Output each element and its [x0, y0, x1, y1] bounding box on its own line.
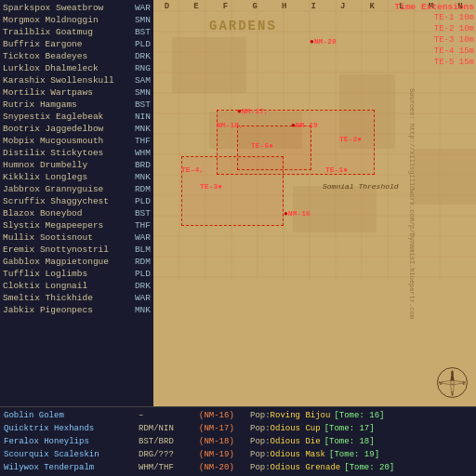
- time-extensions-panel: Time Extensions TE-1 10mTE-2 10mTE-3 10m…: [394, 2, 474, 68]
- map-container: DEFGHIJKLMN: [153, 0, 476, 406]
- te-list: TE-1 10mTE-2 10mTE-3 10mTE-4 15mTE-5 15m: [394, 12, 474, 68]
- sidebar-char-job: BST: [125, 207, 151, 219]
- bottom-nm-label: (NM-17): [199, 422, 250, 435]
- te-item: TE-5 15m: [394, 57, 474, 68]
- bottom-tome: [Tome: 17]: [324, 422, 375, 435]
- sidebar-char-name: Bootrix Jaggedelbow: [3, 123, 103, 135]
- sidebar-row: Gabblox MagpietongueRDM: [3, 256, 151, 268]
- sidebar-char-job: WAR: [125, 292, 151, 304]
- somnial-threshold-label: Somnial Threshold: [323, 182, 399, 191]
- sidebar-row: Rutrix HamgamsBST: [3, 99, 151, 111]
- app: Sparkspox SweatbrowWARMorgmox Moldnoggin…: [0, 0, 476, 476]
- compass-rose: N S E W: [436, 366, 469, 399]
- marker-nm20: ●NM-20: [310, 37, 337, 46]
- bottom-info-row: Goblin Golem–(NM-16) Pop: Roving Bijou[T…: [4, 409, 472, 422]
- grid-col-label: I: [311, 2, 316, 11]
- sidebar-char-job: RDM: [125, 256, 151, 268]
- sidebar-char-name: Buffrix Eargone: [3, 38, 83, 50]
- sidebar-row: Karashix SwollenskullSAM: [3, 74, 151, 86]
- sidebar-char-job: MNK: [125, 171, 151, 183]
- sidebar-row: Trailblix GoatmugBST: [3, 26, 151, 38]
- sidebar-row: Slystix MegapeepersTHF: [3, 219, 151, 231]
- sidebar-char-name: Smeltix Thickhide: [3, 292, 93, 304]
- grid-col-label: E: [193, 2, 198, 11]
- te-item: TE-2 10m: [394, 23, 474, 34]
- sidebar-char-name: Kikklix Longlegs: [3, 171, 87, 183]
- sidebar-row: Mullix SootisnoutWAR: [3, 231, 151, 244]
- bottom-nm-label: (NM-18): [199, 435, 250, 448]
- bottom-pop-name: Odious Grenade: [271, 461, 341, 474]
- marker-nm19: ●NM-19: [291, 121, 318, 129]
- svg-text:W: W: [439, 381, 442, 387]
- sidebar-row: Eremix SnottynostrilBLM: [3, 244, 151, 256]
- bottom-nm-label: (NM-19): [199, 448, 250, 461]
- sidebar-char-name: Slystix Megapeepers: [3, 219, 103, 231]
- sidebar-row: Mobpix MucgousmouthTHF: [3, 135, 151, 147]
- bottom-mob-job: DRG/???: [139, 448, 199, 461]
- sidebar-row: Mortilix WartpawsSMN: [3, 86, 151, 99]
- gardens-label: GARDENS: [209, 19, 277, 33]
- sidebar-char-name: Mortilix Wartpaws: [3, 86, 93, 99]
- sidebar-row: Smeltix ThickhideWAR: [3, 292, 151, 304]
- terrain-1: [172, 37, 246, 93]
- sidebar-row: Blazox BoneybodBST: [3, 207, 151, 219]
- sidebar-char-name: Rutrix Hamgams: [3, 99, 77, 111]
- bottom-mob-job: BST/BRD: [139, 435, 199, 448]
- marker-te4: TE-4,: [181, 165, 204, 174]
- grid-col-label: F: [223, 2, 228, 11]
- sidebar-row: Lurklox DhalmeleckRNG: [3, 62, 151, 74]
- sidebar-char-name: Jabbrox Grannyguise: [3, 183, 103, 195]
- sidebar-char-job: BRD: [125, 159, 151, 171]
- svg-text:N: N: [451, 371, 454, 377]
- sidebar-char-name: Karashix Swollenskull: [3, 74, 114, 86]
- te-item: TE-4 15m: [394, 46, 474, 57]
- sidebar-row: Jabkix PigeonpecsMNK: [3, 304, 151, 316]
- sidebar-char-job: WAR: [125, 231, 151, 244]
- bottom-info-row: Feralox HoneylipsBST/BRD(NM-18) Pop: Odi…: [4, 435, 472, 448]
- sidebar-char-name: Mobpix Mucgousmouth: [3, 135, 103, 147]
- sidebar-row: Ticktox BeadeyesDRK: [3, 50, 151, 62]
- sidebar-char-job: THF: [125, 219, 151, 231]
- sidebar-char-job: PLD: [125, 268, 151, 280]
- sidebar-row: Cloktix LongnailDRK: [3, 280, 151, 292]
- bottom-mob-job: –: [139, 409, 199, 422]
- svg-text:E: E: [462, 381, 465, 387]
- grid-col-label: H: [282, 2, 286, 11]
- sidebar-row: Jabbrox GrannyguiseRDM: [3, 183, 151, 195]
- sidebar: Sparkspox SweatbrowWARMorgmox Moldnoggin…: [0, 0, 153, 406]
- te-item: TE-1 10m: [394, 12, 474, 23]
- sidebar-char-job: MNK: [125, 304, 151, 316]
- sidebar-char-job: BST: [125, 99, 151, 111]
- bottom-mob-name: Scourquix Scaleskin: [4, 448, 139, 461]
- sidebar-char-name: Sparkspox Sweatbrow: [3, 2, 103, 14]
- sidebar-char-job: RNG: [125, 62, 151, 74]
- te-title: Time Extensions: [394, 2, 474, 12]
- bottom-pop-name: Odious Mask: [271, 448, 325, 461]
- bottom-tome: [Tome: 20]: [344, 461, 394, 474]
- sidebar-char-name: Ticktox Beadeyes: [3, 50, 87, 62]
- sidebar-char-job: WAR: [125, 2, 151, 14]
- main-area: Sparkspox SweatbrowWARMorgmox Moldnoggin…: [0, 0, 476, 406]
- sidebar-char-name: Gabblox Magpietongue: [3, 256, 109, 268]
- sidebar-char-job: BLM: [125, 244, 151, 256]
- sidebar-char-job: THF: [125, 135, 151, 147]
- bottom-info-row: Quicktrix HexhandsRDM/NIN(NM-17) Pop: Od…: [4, 422, 472, 435]
- sidebar-char-job: WHM: [125, 147, 151, 159]
- sidebar-char-job: RDM: [125, 183, 151, 195]
- sidebar-row: Kikklix LonglegsMNK: [3, 171, 151, 183]
- grid-col-label: J: [340, 2, 345, 11]
- bottom-mob-name: Wilywox Tenderpalm: [4, 461, 139, 474]
- bottom-tome: [Tome: 18]: [324, 435, 375, 448]
- marker-nm17: ●NM-17,: [237, 107, 269, 115]
- sidebar-char-job: PLD: [125, 38, 151, 50]
- sidebar-char-name: Lurklox Dhalmeleck: [3, 62, 99, 74]
- sidebar-char-name: Distilix Stickytoes: [3, 147, 103, 159]
- marker-nm16: ●NM-16: [284, 209, 311, 218]
- grid-col-label: K: [370, 2, 375, 11]
- sidebar-char-job: SAM: [125, 74, 151, 86]
- bottom-mob-name: Quicktrix Hexhands: [4, 422, 139, 435]
- bottom-pop-name: Roving Bijou: [271, 409, 331, 422]
- te-item: TE-3 10m: [394, 34, 474, 46]
- sidebar-row: Morgmox MoldnogginSMN: [3, 14, 151, 26]
- terrain-5: [414, 149, 476, 205]
